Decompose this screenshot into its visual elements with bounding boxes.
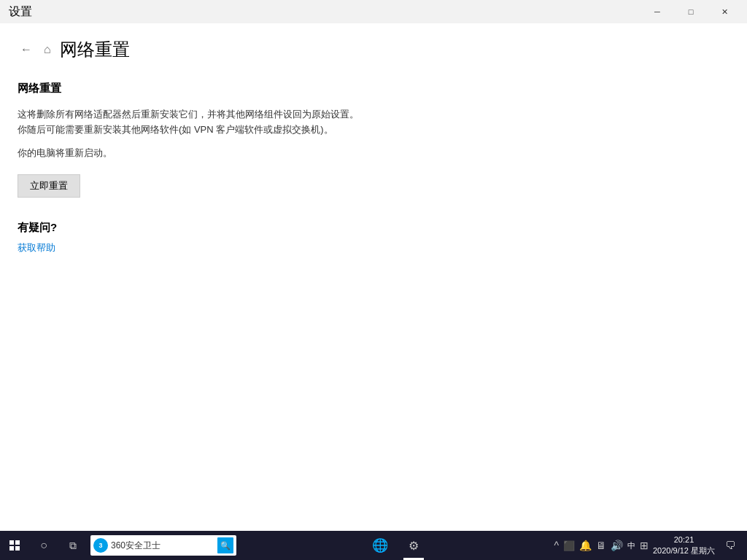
taskbar-app-settings[interactable]: ⚙ [398, 531, 430, 560]
home-icon[interactable]: ⌂ [44, 43, 51, 56]
tray-ime-text[interactable]: 中 [627, 540, 635, 551]
page-header: ← ⌂ 网络重置 [18, 38, 729, 61]
taskbar-left: ○ ⧉ 3 360安全卫士 🔍 [0, 531, 239, 560]
current-time: 20:21 [653, 534, 715, 545]
datetime-display[interactable]: 20:21 2020/9/12 星期六 [649, 534, 719, 557]
taskbar-app-network[interactable]: 🌐 [364, 531, 396, 560]
tray-chevron-icon[interactable]: ^ [554, 540, 559, 551]
notification-icon: 🗨 [725, 540, 735, 551]
search-bar-text: 360安全卫士 [111, 540, 217, 552]
section-title: 网络重置 [18, 82, 729, 96]
title-bar-title: 设置 [9, 4, 32, 20]
globe-icon: 🌐 [372, 537, 388, 553]
taskbar-right: ^ ⬛ 🔔 🖥 🔊 中 ⊞ 20:21 2020/9/12 星期六 🗨 [554, 531, 747, 560]
faq-title: 有疑问? [18, 221, 729, 235]
tray-volume-icon[interactable]: 🔊 [611, 540, 623, 551]
window-controls: ─ □ ✕ [640, 0, 741, 23]
settings-icon: ⚙ [409, 539, 419, 553]
search-circle-icon: ○ [40, 539, 47, 552]
page-title: 网络重置 [60, 38, 130, 61]
section-description: 这将删除所有网络适配器然后重新安装它们，并将其他网络组件设回为原始设置。你随后可… [18, 107, 368, 138]
reset-now-button[interactable]: 立即重置 [18, 174, 80, 198]
start-button[interactable] [0, 531, 29, 560]
notification-center-button[interactable]: 🗨 [719, 531, 741, 560]
360-search-bar[interactable]: 3 360安全卫士 🔍 [90, 535, 236, 556]
main-content: ← ⌂ 网络重置 网络重置 这将删除所有网络适配器然后重新安装它们，并将其他网络… [0, 23, 747, 531]
back-button[interactable]: ← [18, 40, 35, 59]
tray-antivirus-icon[interactable]: ⬛ [563, 540, 575, 551]
task-view-button[interactable]: ⧉ [58, 531, 88, 560]
maximize-button[interactable]: □ [674, 0, 708, 23]
help-link[interactable]: 获取帮助 [18, 242, 55, 253]
360-icon: 3 [93, 538, 108, 553]
tray-network-icon[interactable]: 🖥 [596, 540, 606, 551]
tray-input-icon[interactable]: ⊞ [640, 540, 649, 551]
windows-icon [9, 540, 20, 551]
current-date: 2020/9/12 星期六 [653, 545, 715, 556]
task-view-icon: ⧉ [69, 540, 77, 552]
search-icon: 🔍 [220, 541, 231, 551]
search-submit-button[interactable]: 🔍 [217, 537, 233, 553]
minimize-button[interactable]: ─ [640, 0, 674, 23]
close-button[interactable]: ✕ [708, 0, 741, 23]
restart-note: 你的电脑将重新启动。 [18, 147, 729, 160]
taskbar: ○ ⧉ 3 360安全卫士 🔍 🌐 ⚙ ^ [0, 531, 747, 560]
taskbar-middle: 🌐 ⚙ [364, 531, 430, 560]
search-button[interactable]: ○ [29, 531, 58, 560]
title-bar: 设置 ─ □ ✕ [0, 0, 747, 23]
system-tray: ^ ⬛ 🔔 🖥 🔊 中 ⊞ [554, 540, 649, 551]
tray-notification-icon[interactable]: 🔔 [579, 540, 592, 551]
